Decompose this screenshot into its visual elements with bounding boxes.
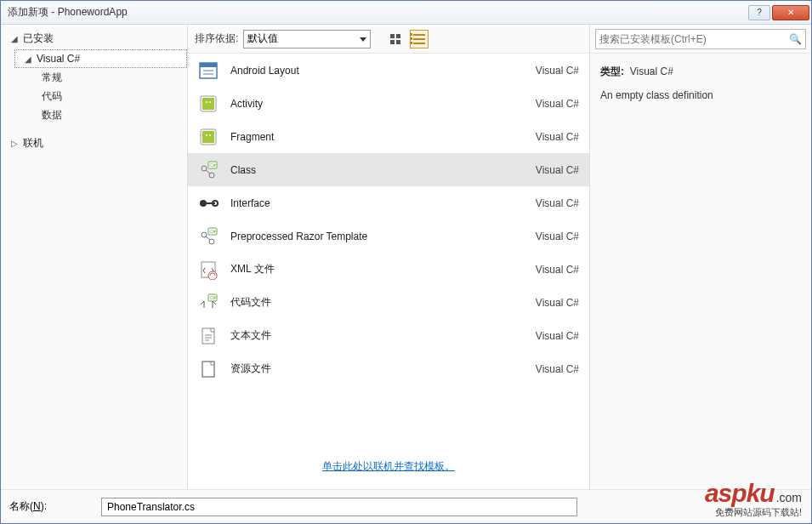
layout-icon [196,59,220,83]
sort-select-value: 默认值 [247,31,278,46]
svg-text:C#: C# [209,162,216,168]
help-button[interactable]: ? [748,5,770,20]
grid-icon [390,34,400,44]
template-item[interactable]: 文本文件Visual C# [188,319,589,352]
online-link-area: 单击此处以联机并查找模板。 [188,447,589,489]
template-name: 代码文件 [230,295,525,310]
template-item[interactable]: Android LayoutVisual C# [188,54,589,87]
view-grid-button[interactable] [386,30,405,48]
android-icon [196,92,220,116]
android-icon [196,125,220,149]
class-icon: C# [196,158,220,182]
search-wrap: 🔍 [590,25,811,54]
svg-point-17 [200,200,207,207]
chevron-right-icon: ▷ [11,139,20,148]
tree-visual-csharp-label: Visual C# [37,53,80,65]
template-name: 资源文件 [230,362,525,376]
template-item[interactable]: C#代码文件Visual C# [188,286,589,319]
template-name: Activity [230,98,525,110]
template-pane: 排序依据: 默认值 [188,25,590,489]
tree-online-label: 联机 [23,136,43,151]
window-title: 添加新项 - PhonewordApp [8,5,747,20]
template-language: Visual C# [536,297,579,309]
template-item[interactable]: InterfaceVisual C# [188,186,589,219]
template-item[interactable]: ActivityVisual C# [188,87,589,120]
template-language: Visual C# [536,264,579,276]
template-item[interactable]: XML 文件Visual C# [188,253,589,286]
help-icon: ? [757,8,762,17]
razor-icon: C# [196,225,220,248]
chevron-down-icon: ◢ [25,54,33,64]
tree-child-data[interactable]: 数据 [1,105,187,124]
xml-icon [196,258,220,282]
template-name: Android Layout [230,65,525,77]
type-label: 类型: [600,66,624,77]
dialog-content: ◢ 已安装 ◢ Visual C# 常规 代码 数据 ▷ 联机 排序依据: [1,25,811,523]
template-language: Visual C# [536,98,579,110]
template-language: Visual C# [536,65,579,77]
list-icon [413,34,425,44]
bottom-row: 名称(N): [1,489,811,523]
tree-child-general[interactable]: 常规 [1,68,187,87]
search-icon: 🔍 [788,33,802,45]
sort-select[interactable]: 默认值 [243,30,371,48]
template-name: Interface [230,197,525,209]
template-item[interactable]: 资源文件Visual C# [188,352,589,385]
filename-input[interactable] [101,498,577,516]
svg-rect-1 [200,63,217,67]
template-name: Preprocessed Razor Template [230,231,525,242]
template-list: Android LayoutVisual C#ActivityVisual C#… [188,54,589,447]
description-text: An empty class definition [600,86,801,105]
code-icon: C# [196,291,220,315]
category-tree: ◢ 已安装 ◢ Visual C# 常规 代码 数据 ▷ 联机 [1,25,188,489]
search-input[interactable] [599,33,788,45]
svg-line-16 [206,170,210,174]
tree-installed[interactable]: ◢ 已安装 [1,28,187,49]
template-item[interactable]: FragmentVisual C# [188,120,589,153]
tree-visual-csharp[interactable]: ◢ Visual C# [14,49,187,68]
svg-rect-5 [202,98,214,110]
svg-point-10 [206,134,207,136]
template-name: XML 文件 [230,262,525,276]
view-list-button[interactable] [410,30,429,48]
svg-point-7 [209,101,211,103]
search-box[interactable]: 🔍 [595,29,806,49]
svg-point-11 [209,134,211,136]
online-search-link[interactable]: 单击此处以联机并查找模板。 [322,460,455,472]
svg-rect-29 [202,328,214,344]
svg-point-6 [206,101,207,103]
tree-child-code[interactable]: 代码 [1,87,187,105]
template-name: Class [230,164,525,176]
svg-text:C#: C# [209,229,216,234]
tree-online[interactable]: ▷ 联机 [1,133,187,154]
template-language: Visual C# [536,363,579,375]
main-row: ◢ 已安装 ◢ Visual C# 常规 代码 数据 ▷ 联机 排序依据: [1,25,811,489]
svg-line-24 [206,236,210,240]
sort-label: 排序依据: [195,31,238,46]
resource-icon [196,357,220,381]
template-language: Visual C# [536,197,579,209]
close-button[interactable]: ✕ [772,5,809,20]
text-icon [196,324,220,348]
template-language: Visual C# [536,330,579,342]
chevron-down-icon: ◢ [11,34,20,43]
svg-rect-9 [202,131,214,143]
template-item[interactable]: C#Preprocessed Razor TemplateVisual C# [188,219,589,253]
template-language: Visual C# [536,164,579,176]
details-pane: 🔍 类型: Visual C# An empty class definitio… [590,25,811,489]
titlebar: 添加新项 - PhonewordApp ? ✕ [1,1,811,25]
svg-rect-33 [202,362,214,377]
template-name: Fragment [230,131,525,143]
type-value: Visual C# [630,66,673,77]
description-panel: 类型: Visual C# An empty class definition [590,54,811,113]
svg-text:C#: C# [209,295,216,300]
template-language: Visual C# [536,131,579,143]
close-icon: ✕ [787,8,794,17]
name-label: 名称(N): [9,499,94,514]
sort-bar: 排序依据: 默认值 [188,25,589,54]
template-name: 文本文件 [230,328,525,343]
add-new-item-dialog: 添加新项 - PhonewordApp ? ✕ ◢ 已安装 ◢ Visual C… [0,0,812,524]
tree-installed-label: 已安装 [23,31,54,46]
interface-icon [196,191,220,215]
template-item[interactable]: C#ClassVisual C# [188,153,589,186]
